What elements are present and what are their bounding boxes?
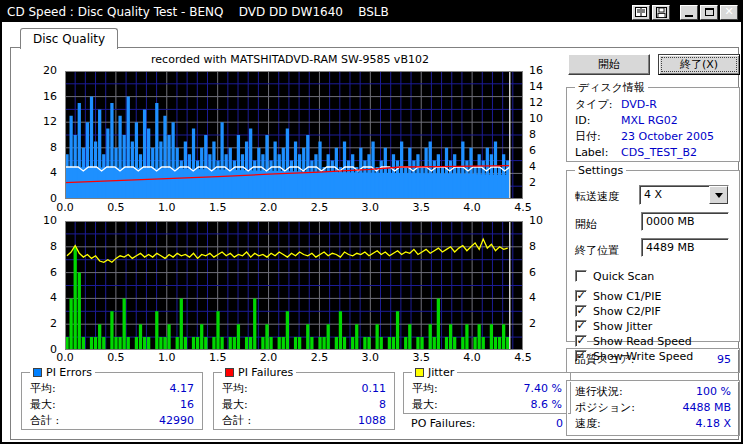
chevron-down-icon bbox=[715, 193, 723, 198]
pi-errors-legend: PI Errors bbox=[46, 366, 92, 379]
axis-tick-label: 4 bbox=[529, 291, 536, 304]
disc-date: 23 October 2005 bbox=[621, 129, 714, 145]
minimize-icon bbox=[685, 15, 693, 17]
axis-tick-label: 2.0 bbox=[260, 201, 278, 214]
pi-failures-group: PI Failures 平均:0.11 最大:8 合計 :1088 bbox=[213, 366, 395, 430]
jitter-legend: Jitter bbox=[428, 366, 454, 379]
axis-tick-label: 1.5 bbox=[209, 201, 227, 214]
axis-tick-label: 10 bbox=[529, 112, 543, 125]
axis-tick-label: 2 bbox=[529, 317, 536, 330]
stat-row: 合計 :1088 bbox=[222, 413, 386, 429]
pif-chart-plot bbox=[65, 221, 523, 350]
speed-value: 4 X bbox=[640, 186, 709, 204]
start-pos-input[interactable]: 0000 MB bbox=[641, 212, 729, 231]
bottom-chart-right-axis: 246810 bbox=[526, 221, 554, 350]
checkbox-icon: ✓ bbox=[575, 305, 587, 317]
pif-total: 1088 bbox=[358, 413, 386, 429]
pie-average: 4.17 bbox=[170, 381, 195, 397]
stat-row: 平均:0.11 bbox=[222, 381, 386, 397]
exit-button[interactable]: 終了(X) bbox=[658, 54, 740, 75]
tab-disc-quality[interactable]: Disc Quality bbox=[20, 28, 118, 49]
settings-group: Settings 転送速度 4 X 開始 0000 MB 終了位置 4489 M… bbox=[566, 164, 740, 342]
axis-tick-label: 1.0 bbox=[158, 201, 176, 214]
maximize-button[interactable] bbox=[700, 5, 718, 20]
pif-average: 0.11 bbox=[362, 381, 387, 397]
stat-row: 平均:4.17 bbox=[30, 381, 194, 397]
axis-tick-label: 0.5 bbox=[107, 201, 125, 214]
speed-label: 転送速度 bbox=[575, 189, 619, 204]
checkbox-quick-scan[interactable]: ✓Quick Scan bbox=[575, 269, 654, 283]
axis-tick-label: 16 bbox=[529, 64, 543, 77]
axis-tick-label: 2.0 bbox=[260, 351, 278, 364]
quality-score-label: 品質スコア: bbox=[575, 352, 634, 368]
axis-tick-label: 12 bbox=[529, 96, 543, 109]
start-button[interactable]: 開始 bbox=[568, 54, 650, 75]
checkbox-icon: ✓ bbox=[575, 335, 587, 347]
titlebar: CD Speed : Disc Quality Test - BENQ DVD … bbox=[2, 2, 741, 22]
disc-type: DVD-R bbox=[621, 97, 657, 113]
end-pos-label: 終了位置 bbox=[575, 243, 619, 258]
jitter-max: 8.6 % bbox=[531, 397, 562, 413]
app-window: CD Speed : Disc Quality Test - BENQ DVD … bbox=[0, 0, 743, 444]
chart-title: recorded with MATSHITADVD-RAM SW-9585 vB… bbox=[55, 53, 525, 66]
po-failures-row: PO Failures: 0 bbox=[411, 416, 563, 432]
stat-row: 最大:16 bbox=[30, 397, 194, 413]
axis-tick-label: 6 bbox=[529, 144, 536, 157]
axis-tick-label: 0.0 bbox=[56, 351, 74, 364]
axis-tick-label: 12 bbox=[43, 115, 57, 128]
stat-row: 最大:8.6 % bbox=[412, 397, 562, 413]
axis-tick-label: 2 bbox=[529, 176, 536, 189]
po-failures-value: 0 bbox=[556, 416, 563, 432]
axis-tick-label: 2 bbox=[50, 317, 57, 330]
top-chart-right-axis: 246810121416 bbox=[526, 71, 554, 199]
axis-tick-label: 3.0 bbox=[362, 201, 380, 214]
checkbox-show-c1-pie[interactable]: ✓Show C1/PIE bbox=[575, 289, 661, 303]
disc-label: CDS_TEST_B2 bbox=[621, 145, 697, 161]
tab-label: Disc Quality bbox=[33, 32, 105, 46]
stat-row: 合計 :42990 bbox=[30, 413, 194, 429]
checkbox-icon: ✓ bbox=[575, 270, 587, 282]
axis-tick-label: 0.5 bbox=[107, 351, 125, 364]
axis-tick-label: 4.0 bbox=[463, 201, 481, 214]
axis-tick-label: 4.5 bbox=[514, 201, 532, 214]
close-icon: ✕ bbox=[724, 7, 733, 17]
checkbox-icon: ✓ bbox=[575, 320, 587, 332]
axis-tick-label: 4 bbox=[50, 291, 57, 304]
book-icon[interactable] bbox=[632, 5, 650, 20]
disc-id: MXL RG02 bbox=[621, 113, 678, 129]
save-icon-glyph bbox=[656, 7, 667, 18]
axis-tick-label: 10 bbox=[529, 214, 543, 227]
axis-tick-label: 4 bbox=[50, 166, 57, 179]
axis-tick-label: 2.5 bbox=[311, 201, 329, 214]
book-icon-glyph bbox=[635, 7, 647, 17]
progress-percent: 100 % bbox=[696, 384, 731, 400]
checkbox-show-read-speed[interactable]: ✓Show Read Speed bbox=[575, 334, 692, 348]
stat-row: 最大:8 bbox=[222, 397, 386, 413]
jitter-legend-swatch bbox=[415, 368, 424, 377]
axis-tick-label: 3.5 bbox=[412, 351, 430, 364]
jitter-group: Jitter 平均:7.40 % 最大:8.6 % bbox=[403, 366, 571, 414]
checkbox-show-c2-pif[interactable]: ✓Show C2/PIF bbox=[575, 304, 661, 318]
axis-tick-label: 1.5 bbox=[209, 351, 227, 364]
top-chart-left-axis: 048121620 bbox=[31, 71, 61, 199]
minimize-button[interactable] bbox=[680, 5, 698, 20]
quality-score-box: 品質スコア:95 bbox=[566, 348, 740, 373]
pi-errors-group: PI Errors 平均:4.17 最大:16 合計 :42990 bbox=[21, 366, 203, 430]
speed-dropdown-button[interactable] bbox=[709, 186, 728, 204]
axis-tick-label: 20 bbox=[43, 64, 57, 77]
start-pos-label: 開始 bbox=[575, 217, 597, 232]
axis-tick-label: 10 bbox=[43, 214, 57, 227]
pie-max: 16 bbox=[180, 397, 194, 413]
pie-total: 42990 bbox=[159, 413, 194, 429]
top-chart-x-axis: 0.00.51.01.52.02.53.03.54.04.5 bbox=[65, 201, 523, 214]
close-button[interactable]: ✕ bbox=[720, 5, 738, 20]
end-pos-input[interactable]: 4489 MB bbox=[641, 238, 729, 257]
settings-legend: Settings bbox=[575, 164, 626, 177]
axis-tick-label: 3.0 bbox=[362, 351, 380, 364]
save-icon[interactable] bbox=[652, 5, 670, 20]
axis-tick-label: 1.0 bbox=[158, 351, 176, 364]
pi-errors-legend-swatch bbox=[33, 368, 42, 377]
checkbox-show-jitter[interactable]: ✓Show Jitter bbox=[575, 319, 652, 333]
pie-chart-plot bbox=[65, 71, 523, 199]
speed-select[interactable]: 4 X bbox=[639, 185, 729, 205]
